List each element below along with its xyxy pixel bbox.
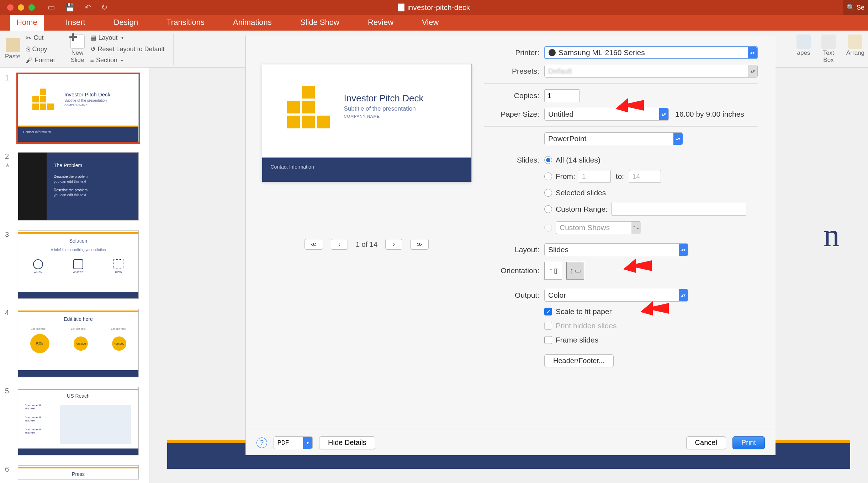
minimize-button[interactable]	[18, 4, 24, 11]
paste-group: Paste	[5, 38, 20, 60]
document-icon	[398, 4, 404, 11]
copies-input[interactable]	[544, 89, 580, 102]
search-box[interactable]: 🔍 Se	[843, 0, 868, 15]
search-icon: 🔍	[847, 4, 854, 11]
thumbnail-slide-2[interactable]: The Problem Describe the problem you can…	[18, 152, 139, 221]
thumbnail-slide-4[interactable]: Edit title here Edit text hereEdit text …	[18, 309, 139, 377]
custom-range-input[interactable]	[611, 203, 746, 216]
radio-all-slides[interactable]	[544, 156, 552, 164]
format-button[interactable]: 🖌Format	[24, 55, 57, 65]
pdf-dropdown[interactable]: PDF ▾	[274, 436, 313, 449]
next-page-button[interactable]: ›	[385, 239, 402, 250]
shapes-button[interactable]: apes	[796, 34, 811, 64]
save-icon[interactable]: 💾	[65, 3, 75, 12]
tab-review[interactable]: Review	[361, 15, 400, 31]
thumbnail-slide-1[interactable]: Investor Pitch Deck Subtitle of the pres…	[18, 74, 139, 142]
copies-label: Copies:	[484, 91, 544, 100]
redo-icon[interactable]: ↻	[101, 3, 107, 12]
radio-custom-range[interactable]	[544, 205, 552, 213]
frame-slides-checkbox[interactable]	[544, 336, 552, 344]
print-dialog: Investor Pitch Deck Subtitle of the pres…	[245, 36, 776, 455]
layout-select[interactable]: Slides ▴▾	[544, 243, 688, 256]
cut-button[interactable]: ✂Cut	[24, 33, 57, 43]
radio-from-slides[interactable]	[544, 172, 552, 180]
output-label: Output:	[484, 291, 544, 299]
to-input[interactable]	[629, 170, 661, 183]
chevron-down-icon: ▾	[303, 437, 312, 449]
help-button[interactable]: ?	[256, 437, 267, 448]
hide-details-button[interactable]: Hide Details	[319, 436, 375, 449]
reset-layout-button[interactable]: ↺Reset Layout to Default	[88, 44, 167, 54]
to-label: to:	[616, 172, 624, 181]
tab-animations[interactable]: Animations	[227, 15, 278, 31]
chevron-updown-icon: ▴▾	[679, 244, 688, 256]
app-section-select[interactable]: PowerPoint ▴▾	[544, 132, 683, 145]
paper-dimensions: 16.00 by 9.00 inches	[675, 110, 744, 118]
layout-icon: ▦	[90, 34, 96, 42]
prev-page-button[interactable]: ‹	[331, 239, 348, 250]
tab-slideshow[interactable]: Slide Show	[294, 15, 346, 31]
maximize-button[interactable]	[28, 4, 35, 11]
thumb-number: 5	[5, 387, 14, 455]
slides-label: Slides:	[484, 156, 544, 164]
scale-label: Scale to fit paper	[556, 307, 612, 316]
brush-icon: 🖌	[26, 57, 32, 64]
orientation-landscape-button[interactable]: ↑▭	[566, 262, 584, 280]
print-form: Printer: Samsung ML-2160 Series ▴▾ Prese…	[480, 43, 768, 423]
section-button[interactable]: ≡Section▾	[88, 55, 167, 65]
annotation-arrow	[640, 296, 669, 319]
printer-label: Printer:	[484, 48, 544, 57]
shapes-icon	[796, 34, 811, 49]
document-title: investor-pitch-deck	[398, 3, 470, 12]
scale-checkbox[interactable]: ✓	[544, 308, 552, 315]
arrange-button[interactable]: Arrang	[846, 34, 864, 64]
textbox-button[interactable]: Text Box	[821, 34, 836, 64]
paper-size-select[interactable]: Untitled ▴▾	[544, 108, 669, 121]
custom-shows-select: Custom Shows ⌃⌄	[556, 221, 641, 234]
from-label: From:	[556, 172, 575, 181]
close-button[interactable]	[7, 4, 14, 11]
svg-marker-1	[623, 259, 652, 273]
orientation-portrait-button[interactable]: ↑▯	[544, 262, 562, 280]
new-slide-icon: ➕	[70, 34, 85, 49]
notebook-icon[interactable]: ▭	[48, 3, 55, 12]
hidden-slides-checkbox	[544, 322, 552, 330]
hidden-slides-label: Print hidden slides	[556, 322, 617, 330]
thumbnail-slide-6[interactable]: Press	[18, 465, 139, 479]
thumbnail-slide-5[interactable]: US Reach You can edit this text You can …	[18, 387, 139, 455]
cancel-button[interactable]: Cancel	[686, 436, 726, 449]
header-footer-button[interactable]: Header/Footer...	[544, 354, 614, 367]
page-counter: 1 of 14	[356, 240, 377, 249]
radio-selected-slides[interactable]	[544, 189, 552, 197]
slide-thumbnails[interactable]: 1 Investor Pitch Deck Subtitle of the pr…	[0, 68, 149, 483]
thumb-number: 4	[5, 309, 14, 377]
scissors-icon: ✂	[26, 34, 31, 42]
paper-size-label: Paper Size:	[484, 110, 544, 118]
printer-select[interactable]: Samsung ML-2160 Series ▴▾	[544, 46, 758, 59]
undo-icon[interactable]: ↶	[85, 3, 91, 12]
tab-home[interactable]: Home	[10, 15, 44, 31]
tab-design[interactable]: Design	[107, 15, 144, 31]
tab-transitions[interactable]: Transitions	[160, 15, 211, 31]
thumbnail-slide-3[interactable]: Solution A brief line describing your so…	[18, 230, 139, 299]
copy-button[interactable]: ⎘Copy	[24, 44, 57, 54]
tab-insert[interactable]: Insert	[59, 15, 92, 31]
print-button[interactable]: Print	[732, 436, 765, 449]
presets-label: Presets:	[484, 67, 544, 75]
presets-select[interactable]: Default ▴▾	[544, 65, 758, 78]
tab-view[interactable]: View	[416, 15, 445, 31]
from-input[interactable]	[579, 170, 611, 183]
paste-label: Paste	[5, 53, 20, 60]
new-slide-group[interactable]: ➕ New Slide	[70, 34, 85, 64]
frame-slides-label: Frame slides	[556, 336, 598, 344]
layout-button[interactable]: ▦Layout▾	[88, 33, 167, 43]
radio-custom-shows	[544, 224, 552, 232]
last-page-button[interactable]: ≫	[410, 239, 429, 250]
clipboard-icon[interactable]	[6, 38, 20, 52]
svg-marker-2	[640, 301, 669, 315]
selected-slides-label: Selected slides	[556, 189, 606, 197]
section-icon: ≡	[90, 57, 94, 64]
first-page-button[interactable]: ≪	[305, 239, 323, 250]
window-controls	[7, 4, 35, 11]
thumb-number: 3	[5, 230, 14, 299]
